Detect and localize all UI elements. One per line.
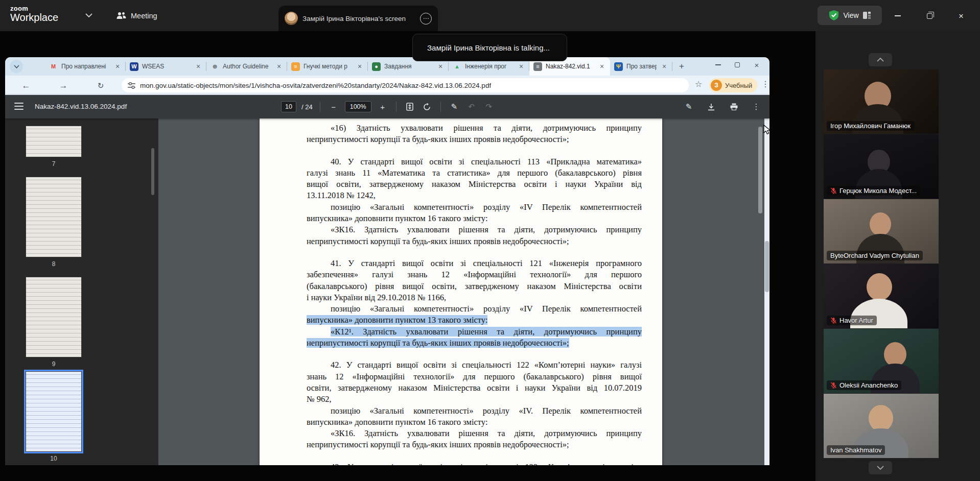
participant-name: Oleksii Ananchenko — [839, 381, 898, 389]
document-line: № 962, — [307, 394, 642, 405]
mic-muted-icon — [830, 187, 837, 194]
browser-tab[interactable]: W WSEAS × — [126, 57, 206, 76]
pdf-more-icon[interactable]: ⋮ — [750, 101, 762, 113]
chevron-down-icon — [877, 466, 884, 470]
site-info-icon[interactable] — [128, 82, 135, 89]
back-button[interactable]: ← — [19, 79, 33, 92]
address-bar[interactable]: mon.gov.ua/static-objects/mon/sites/1/vi… — [122, 78, 689, 92]
tab-close-icon[interactable]: × — [598, 62, 606, 70]
tab-close-icon[interactable]: × — [436, 62, 445, 70]
tab-shared-screen[interactable]: Замрій Ірина Вікторівна's screen ⋯ — [278, 6, 438, 31]
window-close-button[interactable]: × — [953, 8, 969, 23]
browser-tab[interactable]: ≡ Гнучкі методи р × — [287, 57, 368, 76]
browser-minimize-button[interactable] — [709, 57, 727, 73]
participant-name: Havor Artur — [839, 317, 873, 324]
redo-icon[interactable]: ↷ — [483, 101, 495, 113]
print-icon[interactable] — [728, 101, 740, 113]
people-icon — [116, 12, 126, 20]
thumbnail-preview[interactable] — [26, 177, 82, 257]
window-restore-button[interactable] — [922, 8, 937, 23]
tab-title: Інженерія прог — [465, 63, 514, 70]
browser-tab[interactable]: M Про направлені × — [45, 57, 126, 76]
share-tab-more-icon[interactable]: ⋯ — [420, 13, 432, 25]
tab-meeting[interactable]: Meeting — [111, 0, 162, 31]
chevron-down-icon[interactable] — [85, 12, 93, 18]
participant-video[interactable]: Oleksii Ananchenko — [824, 329, 939, 393]
minimize-icon — [895, 15, 901, 16]
participant-silhouette-head — [867, 273, 892, 301]
tab-close-icon[interactable]: × — [660, 62, 668, 70]
meeting-tab-label: Meeting — [131, 12, 157, 20]
thumbnail-preview[interactable] — [26, 277, 82, 357]
reload-button[interactable]: ↻ — [94, 79, 107, 92]
download-icon[interactable] — [705, 101, 717, 113]
browser-menu-icon[interactable]: ⋮ — [760, 79, 769, 89]
drive-icon: ▲ — [453, 62, 461, 71]
browser-close-button[interactable]: × — [748, 57, 765, 73]
minimize-icon — [715, 64, 721, 65]
sidebar-scrollbar[interactable] — [151, 148, 154, 195]
tab-title: Nakaz-842.vid.1 — [546, 63, 594, 70]
zoom-out-button[interactable]: − — [328, 101, 340, 113]
page-scrollbar-track[interactable] — [764, 118, 769, 465]
page-number-input[interactable]: 10 — [281, 101, 296, 112]
share-tab-label: Замрій Ірина Вікторівна's screen — [302, 15, 415, 22]
maximize-icon — [735, 62, 740, 67]
annotate-pen-icon[interactable]: ✎ — [448, 101, 460, 113]
participant-silhouette-head — [869, 405, 893, 431]
browser-tab[interactable]: ⊕ Author Guideline × — [206, 57, 287, 76]
document-line: випускника» доповнити пунктом 16 такого … — [307, 213, 642, 224]
browser-maximize-button[interactable] — [729, 57, 746, 73]
scroll-up-button[interactable] — [869, 53, 892, 66]
view-button[interactable]: View — [818, 6, 882, 25]
tab-search-chevron-icon[interactable] — [10, 60, 23, 73]
browser-tab[interactable]: Ψ Про затвердже × — [610, 57, 672, 76]
avatar — [285, 12, 298, 25]
tab-close-icon[interactable]: × — [517, 62, 525, 70]
divider — [396, 102, 396, 112]
new-tab-button[interactable]: + — [675, 60, 688, 73]
video-tiles: Ігор Михайлович Гаманюк Герцюк Микола Мо… — [824, 69, 939, 458]
page-thumbnail[interactable]: 8 — [26, 177, 82, 268]
participant-video[interactable]: Ivan Shakhmatov — [824, 394, 939, 458]
page-scrollbar-thumb[interactable] — [765, 241, 769, 292]
document-line: неприпустимості корупції та будь-яких ін… — [307, 338, 642, 349]
zoom-in-button[interactable]: + — [377, 101, 389, 113]
forward-button[interactable]: → — [57, 79, 70, 92]
window-minimize-button[interactable] — [890, 8, 905, 23]
document-line: 40. У стандарті вищої освіти зі спеціаль… — [307, 156, 642, 167]
undo-icon[interactable]: ↶ — [465, 101, 478, 113]
participant-video[interactable]: Ігор Михайлович Гаманюк — [824, 69, 939, 134]
document-line: «16) Здатність ухвалювати рішення та дія… — [307, 123, 642, 134]
fit-page-icon[interactable] — [404, 101, 416, 113]
page-thumbnail[interactable]: 7 — [26, 126, 82, 167]
scroll-down-button[interactable] — [869, 461, 892, 474]
zoom-level-input[interactable]: 100% — [345, 101, 371, 112]
page-thumbnail[interactable]: 10 — [26, 371, 82, 462]
tab-close-icon[interactable]: × — [275, 62, 283, 70]
thumbnail-preview[interactable] — [26, 126, 82, 157]
participant-video[interactable]: ByteOrchard Vadym Chytulian — [824, 199, 939, 263]
page-thumbnail[interactable]: 9 — [26, 277, 82, 368]
thumbnail-preview[interactable] — [26, 371, 82, 452]
bookmark-star-icon[interactable]: ☆ — [695, 79, 702, 89]
tab-close-icon[interactable]: × — [113, 62, 122, 70]
draw-icon[interactable]: ✎ — [683, 101, 695, 113]
zoom-title-bar: zoom Workplace Meeting Замрій Ірина Вікт… — [0, 0, 980, 31]
tab-close-icon[interactable]: × — [356, 62, 364, 70]
pdf-menu-icon[interactable] — [14, 103, 24, 110]
close-icon: × — [959, 12, 964, 20]
profile-chip[interactable]: З Учебный — [709, 78, 757, 92]
participant-video[interactable]: Havor Artur — [824, 264, 939, 328]
document-line: «ЗК16. Здатність ухвалювати рішення та д… — [307, 224, 642, 235]
document-line: позицію «Загальні компетентності» розділ… — [307, 405, 642, 417]
document-line — [307, 146, 642, 156]
pdf-scrollbar-thumb[interactable] — [758, 127, 762, 213]
document-text: «16) Здатність ухвалювати рішення та дія… — [260, 118, 662, 465]
rotate-icon[interactable] — [421, 101, 433, 113]
document-line: позицію «Загальні компетентності» розділ… — [307, 303, 642, 315]
tab-title: Гнучкі методи р — [304, 63, 352, 70]
tab-close-icon[interactable]: × — [194, 62, 202, 70]
document-line: позицію «Загальні компетентності» розділ… — [307, 202, 642, 213]
participant-video[interactable]: Герцюк Микола Модест... — [824, 134, 939, 199]
